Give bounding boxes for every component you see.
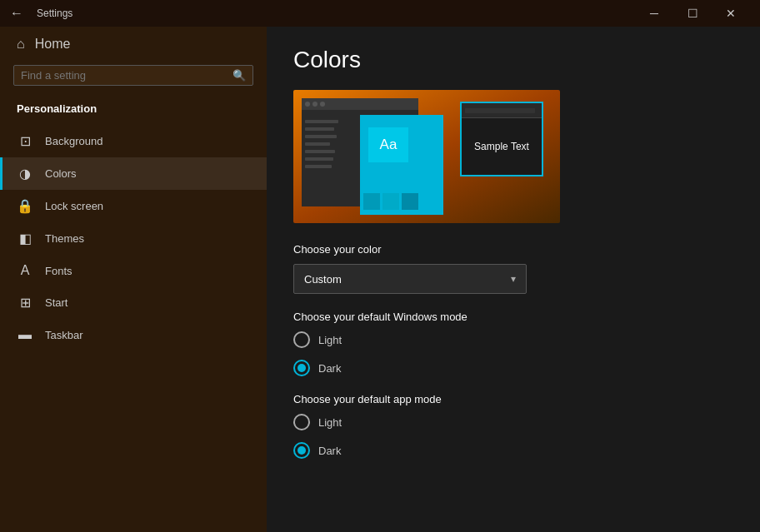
app-mode-radio-group: Light Dark — [293, 414, 733, 459]
choose-color-label: Choose your color — [293, 243, 733, 256]
preview-sidebar-lines — [305, 120, 338, 168]
sidebar: ⌂ Home 🔍 Personalization ⊡ Background ◑ … — [0, 27, 267, 532]
preview-line-5 — [305, 150, 335, 153]
app-body: ⌂ Home 🔍 Personalization ⊡ Background ◑ … — [0, 27, 760, 532]
lock-icon: 🔒 — [17, 198, 33, 214]
sample-text-titlebar — [462, 103, 542, 118]
sidebar-item-background-label: Background — [45, 135, 102, 147]
windows-mode-label: Choose your default Windows mode — [293, 311, 733, 323]
color-preview: Aa Sample Text — [293, 90, 560, 223]
minimize-button[interactable]: ─ — [635, 0, 673, 27]
windows-mode-light-label: Light — [318, 334, 342, 346]
windows-mode-light-radio[interactable] — [293, 331, 310, 348]
search-input[interactable] — [21, 69, 232, 82]
page-title: Colors — [293, 47, 733, 73]
sidebar-item-lock-label: Lock screen — [45, 200, 103, 212]
color-dropdown[interactable]: Custom ▾ — [293, 264, 527, 294]
windows-mode-radio-group: Light Dark — [293, 331, 733, 376]
chevron-down-icon: ▾ — [511, 273, 516, 285]
back-button[interactable]: ← — [10, 6, 23, 21]
preview-line-4 — [305, 142, 330, 146]
colors-icon: ◑ — [17, 166, 33, 181]
preview-main-tile: Aa — [360, 115, 443, 215]
sidebar-item-start-label: Start — [45, 296, 68, 309]
sidebar-item-background[interactable]: ⊡ Background — [0, 125, 267, 157]
preview-dot-1 — [305, 102, 310, 107]
start-icon: ⊞ — [17, 295, 33, 311]
section-title: Personalization — [0, 96, 267, 125]
sample-text-content: Sample Text — [462, 118, 542, 175]
app-mode-dark-label: Dark — [318, 445, 341, 457]
preview-dot-3 — [320, 102, 325, 107]
windows-mode-section: Choose your default Windows mode Light D… — [293, 311, 733, 376]
sidebar-item-fonts[interactable]: A Fonts — [0, 255, 267, 286]
fonts-icon: A — [17, 263, 33, 278]
app-title: Settings — [37, 7, 72, 19]
sidebar-item-start[interactable]: ⊞ Start — [0, 286, 267, 319]
sidebar-item-taskbar-label: Taskbar — [45, 329, 83, 341]
app-mode-light-label: Light — [318, 416, 342, 429]
color-dropdown-value: Custom — [304, 273, 342, 286]
preview-small-tile-2 — [382, 193, 399, 210]
preview-line-1 — [305, 120, 338, 123]
background-icon: ⊡ — [17, 133, 33, 149]
preview-dot-2 — [312, 102, 318, 107]
close-button[interactable]: ✕ — [712, 0, 750, 27]
themes-icon: ◧ — [17, 231, 33, 246]
preview-small-tiles-row — [363, 193, 438, 210]
app-mode-label: Choose your default app mode — [293, 393, 733, 405]
sidebar-item-fonts-label: Fonts — [45, 265, 72, 277]
preview-line-6 — [305, 157, 333, 161]
sample-text-label: Sample Text — [474, 141, 529, 152]
search-icon: 🔍 — [232, 69, 246, 82]
app-mode-light-radio[interactable] — [293, 414, 310, 430]
preview-small-tile-1 — [363, 193, 380, 210]
preview-window-bar — [302, 98, 418, 110]
preview-line-3 — [305, 135, 337, 138]
preview-line-7 — [305, 165, 332, 168]
app-mode-dark-radio[interactable] — [293, 442, 310, 459]
windows-mode-dark-radio[interactable] — [293, 360, 310, 376]
title-bar-left: ← Settings — [10, 6, 635, 21]
preview-aa-tile: Aa — [368, 127, 408, 162]
sample-text-bar-line — [465, 108, 535, 113]
home-icon: ⌂ — [17, 37, 25, 52]
taskbar-icon: ▬ — [17, 327, 33, 342]
window-controls: ─ ☐ ✕ — [635, 0, 750, 27]
maximize-button[interactable]: ☐ — [673, 0, 712, 27]
sidebar-item-colors[interactable]: ◑ Colors — [0, 157, 267, 190]
search-box[interactable]: 🔍 — [13, 65, 253, 86]
sidebar-item-colors-label: Colors — [45, 167, 77, 180]
app-mode-light[interactable]: Light — [293, 414, 733, 430]
sidebar-item-lock-screen[interactable]: 🔒 Lock screen — [0, 190, 267, 222]
windows-mode-light[interactable]: Light — [293, 331, 733, 348]
preview-small-tile-4 — [421, 193, 438, 210]
preview-small-tile-3 — [402, 193, 418, 210]
sidebar-item-home[interactable]: ⌂ Home — [0, 27, 267, 62]
preview-line-2 — [305, 127, 334, 131]
sidebar-item-taskbar[interactable]: ▬ Taskbar — [0, 319, 267, 351]
title-bar: ← Settings ─ ☐ ✕ — [0, 0, 760, 27]
choose-color-section: Choose your color Custom ▾ — [293, 243, 733, 294]
app-mode-dark[interactable]: Dark — [293, 442, 733, 459]
windows-mode-dark[interactable]: Dark — [293, 360, 733, 376]
app-mode-section: Choose your default app mode Light Dark — [293, 393, 733, 459]
content-area: Colors Aa — [267, 27, 760, 532]
sidebar-item-themes[interactable]: ◧ Themes — [0, 222, 267, 255]
sidebar-item-themes-label: Themes — [45, 232, 84, 245]
windows-mode-dark-label: Dark — [318, 362, 341, 375]
home-label: Home — [35, 37, 71, 52]
sample-text-popup: Sample Text — [460, 102, 543, 177]
